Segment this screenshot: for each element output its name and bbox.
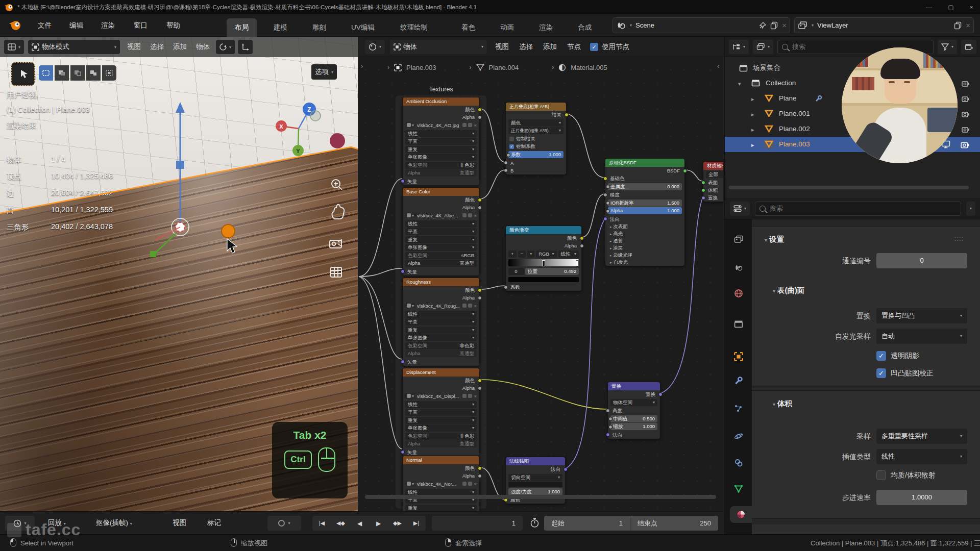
source-select[interactable]: 单张图像▾ <box>405 334 477 341</box>
space-select[interactable]: 物体空间▾ <box>610 399 657 406</box>
play-reverse-button[interactable]: ◀ <box>350 520 369 527</box>
remove-viewlayer-icon[interactable]: × <box>966 21 970 30</box>
ramp-stop-handle[interactable] <box>576 260 579 266</box>
select-mode-new-button[interactable] <box>39 65 53 81</box>
alpha-mode-select[interactable]: Alpha直通型 <box>405 260 477 267</box>
socket-vector-in[interactable]: 矢量 <box>403 358 479 366</box>
jump-start-button[interactable]: |◀ <box>312 520 331 527</box>
emission-sampling-select[interactable]: 自动▾ <box>876 329 967 344</box>
sidebar-expand-icon[interactable]: ‹ <box>717 62 719 70</box>
unlink-icon[interactable]: × <box>474 213 477 218</box>
camera-icon[interactable] <box>961 140 970 148</box>
bump-correction-checkbox[interactable]: ✓凹凸贴图校正 <box>876 368 934 378</box>
next-keyframe-button[interactable]: ◆▶ <box>388 520 407 527</box>
socket-fac-in[interactable]: 系数 <box>506 283 581 291</box>
workspace-tab-layout[interactable]: 布局 <box>227 18 257 37</box>
socket-alpha-out[interactable]: Alpha <box>403 472 479 480</box>
copy-icon[interactable] <box>468 213 472 217</box>
socket-normal-in[interactable]: 法向 <box>608 431 660 439</box>
select-mode-subtract-button[interactable] <box>70 65 85 81</box>
node-tex-roughness[interactable]: Roughness 颜色 Alpha ▾vlskbcz_4K_Roug...× … <box>402 278 480 366</box>
shader-type-button[interactable]: ▾ <box>365 40 385 54</box>
source-select[interactable]: 单张图像▾ <box>405 424 477 432</box>
socket-alpha-out[interactable]: Alpha <box>506 242 581 249</box>
alpha-slider[interactable]: Alpha1.000 <box>608 207 682 214</box>
interpolation-select[interactable]: 线性▾ <box>405 130 477 137</box>
strength-slider[interactable]: 强度/力度1.000 <box>508 488 562 495</box>
node-header[interactable]: Ambient Occlusion <box>403 97 479 106</box>
fake-user-icon[interactable] <box>462 304 467 308</box>
frame-end-field[interactable]: 结束点250 <box>630 516 718 531</box>
interpolation-select[interactable]: 线性▾ <box>405 311 477 318</box>
socket-displacement-in[interactable]: 置换 <box>703 194 723 202</box>
panel-transmission[interactable]: ▸ 透射 <box>605 237 684 244</box>
node-header[interactable]: Roughness <box>403 278 479 286</box>
workspace-tab-compositing[interactable]: 合成 <box>570 18 606 37</box>
tab-material-active[interactable] <box>730 506 752 523</box>
row-label[interactable]: Plane.002 <box>779 121 810 137</box>
shader-context-select[interactable]: 物体 ▾ <box>390 40 487 54</box>
node-header[interactable]: Base Color <box>403 188 479 196</box>
socket-bsdf-out[interactable]: BSDF <box>605 167 684 174</box>
breadcrumb-meshdata[interactable]: Plane.004 <box>489 64 519 71</box>
tab-constraints[interactable] <box>730 454 747 471</box>
midlevel-slider[interactable]: 中间值0.500 <box>610 415 657 422</box>
tab-object-data[interactable] <box>730 481 747 497</box>
socket-result-out[interactable]: 结果 <box>506 111 566 118</box>
extension-select[interactable]: 重复▾ <box>405 327 477 334</box>
timeline-menu-marker[interactable]: 标记 <box>207 516 221 530</box>
node-header[interactable]: 正片叠底(相乘 A*B) <box>506 103 566 111</box>
unlink-icon[interactable]: × <box>474 393 477 399</box>
timeline-menu-view[interactable]: 视图 <box>173 516 186 530</box>
tab-physics[interactable] <box>730 428 747 444</box>
settings-section-header[interactable]: ▾ 设置 <box>765 235 784 244</box>
tab-world[interactable] <box>730 285 747 302</box>
node-menu-view[interactable]: 视图 <box>495 40 509 54</box>
socket-color-out[interactable]: 颜色 <box>403 106 479 113</box>
workspace-tab-uv[interactable]: UV编辑 <box>343 18 383 37</box>
socket-normal-in[interactable]: 法向 <box>605 215 684 223</box>
node-header[interactable]: Displacement <box>403 368 479 377</box>
expand-icon[interactable]: ▸ <box>751 122 754 137</box>
auto-key-button[interactable]: ▾ <box>267 516 301 531</box>
projection-select[interactable]: 平直▾ <box>405 138 477 145</box>
tab-modifiers[interactable] <box>730 372 747 389</box>
camera-icon[interactable] <box>962 110 970 117</box>
menu-window[interactable]: 窗口 <box>134 18 148 33</box>
target-select[interactable]: 全部▾ <box>706 171 723 178</box>
sampling-select[interactable]: 多重重要性采样▾ <box>876 429 967 444</box>
data-type-select[interactable]: 颜色▾ <box>508 119 564 127</box>
menu-file[interactable]: 文件 <box>38 18 52 33</box>
camera-icon[interactable] <box>962 126 970 133</box>
displacement-select[interactable]: 置换与凹凸▾ <box>876 308 967 323</box>
mode-select[interactable]: 物体模式 ▾ <box>28 40 120 54</box>
breadcrumb-object[interactable]: Plane.003 <box>406 64 436 71</box>
expand-icon[interactable]: ▸ <box>751 107 754 122</box>
scene-selector[interactable]: ▾ Scene × <box>612 17 790 33</box>
image-selector[interactable]: ▾vlskbcz_4K_AO.jpg× <box>403 121 479 129</box>
socket-volume-in[interactable]: 体积 <box>703 186 723 194</box>
node-material-output[interactable]: 材质输出 全部▾ 表面 体积 置换 <box>703 161 723 202</box>
breadcrumb-material[interactable]: Material.005 <box>571 64 607 71</box>
camera-icon[interactable] <box>962 80 970 87</box>
socket-dot[interactable] <box>478 115 482 119</box>
socket-alpha-out[interactable]: Alpha <box>403 384 479 392</box>
expand-icon[interactable]: ▸ <box>751 137 754 153</box>
socket-a-in[interactable]: A <box>506 159 566 167</box>
node-menu-add[interactable]: 添加 <box>543 40 557 54</box>
stop-color-swatch[interactable] <box>508 277 579 282</box>
menu-edit[interactable]: 编辑 <box>69 18 83 33</box>
ramp-options-button[interactable]: ▾ <box>527 251 534 258</box>
select-mode-invert-button[interactable] <box>86 65 101 81</box>
unlink-icon[interactable]: × <box>474 122 477 128</box>
alpha-mode-select[interactable]: Alpha直通型 <box>405 440 477 447</box>
row-label[interactable]: Plane.001 <box>779 106 810 121</box>
editor-type-button[interactable]: ▾ <box>4 40 24 54</box>
close-button[interactable]: × <box>963 0 980 14</box>
add-stop-button[interactable]: + <box>508 251 517 258</box>
panel-emission[interactable]: ▸ 自发光 <box>605 259 684 266</box>
tab-scene[interactable] <box>730 259 747 276</box>
properties-editor[interactable]: ▾ ▾ ▾ 设置 :::: 通道编号 0 ▾ 表(曲 <box>724 198 980 534</box>
expand-icon[interactable]: ▾ <box>738 76 741 91</box>
gradient-bar[interactable] <box>508 259 579 266</box>
